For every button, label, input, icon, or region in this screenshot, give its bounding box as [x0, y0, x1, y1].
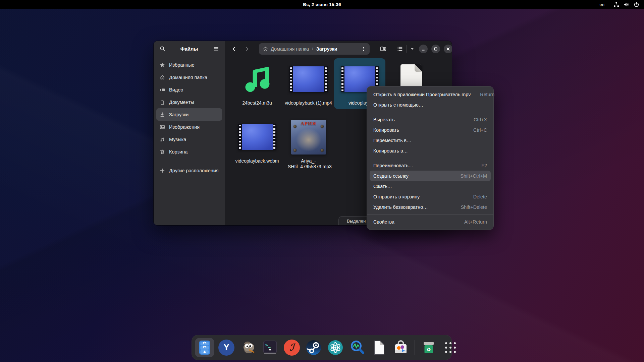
- sidebar-item-label: Домашняя папка: [169, 75, 207, 80]
- menu-separator: [367, 214, 493, 215]
- y-browser-icon: Y: [218, 340, 234, 356]
- dock-item-system-monitor[interactable]: [347, 338, 367, 357]
- dock-item-atom-app[interactable]: [326, 338, 345, 357]
- maximize-button[interactable]: [431, 45, 440, 53]
- sidebar-item-trash[interactable]: Корзина: [156, 145, 222, 158]
- list-view-button[interactable]: [394, 43, 406, 55]
- sidebar-item-label: Изображения: [169, 124, 200, 130]
- sidebar-item-label: Документы: [169, 100, 194, 105]
- trash-icon: [160, 149, 165, 155]
- breadcrumb-current[interactable]: Загрузки: [316, 46, 337, 52]
- desktop: Вс, 2 июня 15:36 en: [0, 0, 644, 362]
- menu-item-compress[interactable]: Сжать…: [370, 181, 491, 191]
- red-app-icon: ℐ: [284, 340, 300, 356]
- menu-item-copy[interactable]: КопироватьCtrl+C: [370, 125, 491, 135]
- menu-item-open-with[interactable]: Открыть с помощью…: [370, 100, 491, 110]
- dock-item-gimp[interactable]: [238, 338, 258, 357]
- menu-item-properties[interactable]: СвойстваAlt+Return: [370, 217, 491, 227]
- keyboard-layout-indicator[interactable]: en: [600, 2, 604, 7]
- home-icon: [160, 75, 165, 80]
- dock-item-software[interactable]: [391, 338, 411, 357]
- power-icon[interactable]: [634, 2, 639, 7]
- home-icon: [263, 46, 268, 51]
- menu-separator: [367, 112, 493, 112]
- sidebar-item-label: Корзина: [169, 149, 187, 155]
- file-playlist[interactable]: 24best24.m3u: [231, 58, 283, 109]
- sidebar-header: Файлы: [154, 41, 225, 57]
- sidebar-item-label: Музыка: [169, 137, 186, 142]
- system-monitor-icon: [349, 340, 365, 356]
- path-bar[interactable]: Домашняя папка / Загрузки: [259, 43, 370, 55]
- close-button[interactable]: [444, 45, 452, 53]
- dock-item-libreoffice[interactable]: [369, 338, 389, 357]
- document-icon: [160, 100, 165, 105]
- top-bar: Вс, 2 июня 15:36 en: [0, 0, 644, 9]
- album-art: АРИЯ: [291, 120, 326, 155]
- system-status-area[interactable]: en: [600, 0, 639, 9]
- sidebar-item-home[interactable]: Домашняя папка: [156, 71, 222, 83]
- dock-item-y-browser[interactable]: Y: [217, 338, 236, 357]
- file-name: videoplayback.webm: [235, 158, 279, 164]
- libreoffice-icon: [371, 340, 387, 356]
- breadcrumb-home[interactable]: Домашняя папка: [271, 46, 309, 52]
- menu-item-move-to-trash[interactable]: Отправить в корзинуDelete: [370, 191, 491, 202]
- sidebar-separator: [159, 161, 219, 161]
- menu-item-cut[interactable]: ВырезатьCtrl+X: [370, 114, 491, 125]
- download-icon: [160, 112, 165, 117]
- dock-item-steam[interactable]: [304, 338, 323, 357]
- dock-item-files[interactable]: [195, 338, 214, 357]
- window-controls: [419, 45, 452, 53]
- search-button[interactable]: [157, 44, 168, 54]
- clock[interactable]: Вс, 2 июня 15:36: [303, 2, 341, 7]
- breadcrumb-separator: /: [312, 46, 313, 51]
- network-icon[interactable]: [613, 2, 619, 7]
- music-note-icon: [241, 62, 274, 96]
- forward-button[interactable]: [241, 44, 252, 54]
- dock-item-show-applications[interactable]: [441, 338, 460, 357]
- dock-item-media-app[interactable]: ℐ: [282, 338, 302, 357]
- sidebar: Файлы Избранные Домашняя папка: [154, 41, 225, 225]
- sidebar-item-starred[interactable]: Избранные: [156, 59, 222, 71]
- main-menu-button[interactable]: [211, 44, 221, 54]
- menu-separator: [367, 158, 493, 158]
- star-icon: [160, 62, 165, 68]
- trash-bin-icon: ♻: [421, 340, 437, 356]
- minimize-button[interactable]: [419, 45, 428, 53]
- sidebar-item-downloads[interactable]: Загрузки: [156, 108, 222, 121]
- menu-item-move-to[interactable]: Переместить в…: [370, 135, 491, 145]
- menu-item-open-with-mpv[interactable]: Открыть в приложении Проигрыватель mpvRe…: [370, 89, 491, 100]
- sidebar-item-videos[interactable]: Видео: [156, 83, 222, 96]
- file-video-webm[interactable]: videoplayback.webm: [231, 116, 283, 173]
- menu-item-create-link[interactable]: Создать ссылкуShift+Ctrl+M: [370, 171, 491, 181]
- menu-item-rename[interactable]: Переименовать…F2: [370, 160, 491, 171]
- sidebar-item-other-locations[interactable]: Другие расположения: [156, 164, 222, 177]
- volume-icon[interactable]: [624, 2, 629, 7]
- show-apps-icon: [445, 342, 456, 353]
- video-thumbnail: [289, 66, 328, 92]
- context-menu: Открыть в приложении Проигрыватель mpvRe…: [367, 86, 494, 230]
- dock-item-trash[interactable]: ♻: [419, 338, 438, 357]
- sidebar-item-label: Другие расположения: [169, 168, 219, 173]
- menu-item-copy-to[interactable]: Копировать в…: [370, 145, 491, 156]
- svg-text:>_: >_: [265, 343, 271, 348]
- header-bar: Домашняя папка / Загрузки: [225, 41, 452, 57]
- files-app-icon: [197, 340, 213, 356]
- menu-item-delete-permanently[interactable]: Удалить безвозвратно…Shift+Delete: [370, 202, 491, 212]
- video-thumbnail: [238, 124, 276, 150]
- dock-divider: [415, 340, 415, 355]
- plus-icon: [160, 168, 165, 173]
- file-audio-mp3[interactable]: АРИЯ Ariya_-_SHtil_47955873.mp3: [283, 116, 334, 173]
- view-options-dropdown[interactable]: [408, 43, 417, 55]
- folder-search-button[interactable]: [377, 43, 389, 55]
- back-button[interactable]: [229, 44, 239, 54]
- file-name: videoplayback (1).mp4: [285, 100, 332, 106]
- gimp-icon: [240, 340, 256, 356]
- sidebar-item-music[interactable]: Музыка: [156, 133, 222, 145]
- file-video-mp4[interactable]: videoplayback (1).mp4: [283, 58, 334, 109]
- path-menu-button[interactable]: [359, 44, 368, 54]
- divider: [407, 45, 407, 53]
- sidebar-list: Избранные Домашняя папка Видео Документы…: [154, 57, 225, 179]
- dock-item-terminal[interactable]: >_: [260, 338, 280, 357]
- sidebar-item-pictures[interactable]: Изображения: [156, 121, 222, 133]
- sidebar-item-documents[interactable]: Документы: [156, 96, 222, 108]
